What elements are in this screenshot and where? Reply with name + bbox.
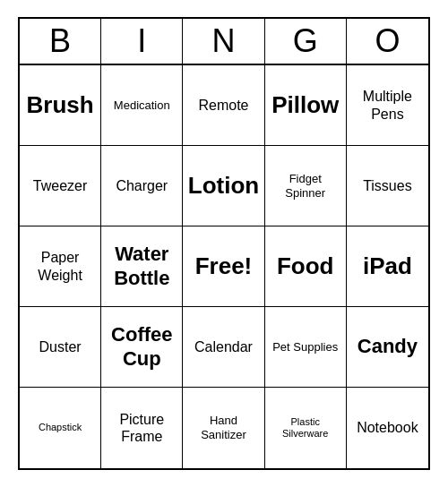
- bingo-cell-text: Plastic Silverware: [269, 416, 342, 440]
- bingo-cell-text: Pillow: [271, 91, 339, 119]
- bingo-cell: Water Bottle: [101, 226, 183, 307]
- bingo-header: BINGO: [20, 19, 428, 65]
- bingo-cell: Picture Frame: [101, 388, 183, 468]
- bingo-cell-text: Remote: [198, 97, 248, 114]
- bingo-cell-text: Charger: [116, 177, 168, 194]
- bingo-cell-text: Calendar: [194, 338, 253, 355]
- bingo-cell-text: Pet Supplies: [272, 340, 338, 355]
- bingo-cell-text: Candy: [358, 335, 418, 358]
- bingo-grid: BrushMedicationRemotePillowMultiple Pens…: [20, 65, 428, 468]
- bingo-cell-text: Tissues: [363, 177, 412, 194]
- bingo-cell: Pillow: [265, 65, 347, 146]
- bingo-header-letter: O: [347, 19, 428, 64]
- bingo-cell-text: Picture Frame: [105, 411, 178, 445]
- bingo-cell: Brush: [20, 65, 101, 146]
- bingo-cell: Notebook: [347, 388, 428, 468]
- bingo-cell: Plastic Silverware: [265, 388, 347, 468]
- bingo-cell-text: Medication: [114, 98, 170, 113]
- bingo-cell-text: iPad: [363, 252, 412, 280]
- bingo-cell: Tissues: [347, 146, 428, 226]
- bingo-cell: Fidget Spinner: [265, 146, 347, 226]
- bingo-cell-text: Brush: [27, 91, 94, 119]
- bingo-cell: Tweezer: [20, 146, 101, 226]
- bingo-cell: Duster: [20, 307, 101, 388]
- bingo-cell: Remote: [183, 65, 264, 146]
- bingo-header-letter: B: [20, 19, 101, 64]
- bingo-cell: Hand Sanitizer: [183, 388, 264, 468]
- bingo-cell: Calendar: [183, 307, 264, 388]
- bingo-cell: Chapstick: [20, 388, 101, 468]
- bingo-cell-text: Lotion: [188, 172, 259, 200]
- bingo-cell: Charger: [101, 146, 183, 226]
- bingo-cell-text: Fidget Spinner: [269, 172, 342, 200]
- bingo-header-letter: G: [265, 19, 347, 64]
- bingo-cell-text: Duster: [39, 338, 82, 355]
- bingo-cell-text: Tweezer: [33, 177, 87, 194]
- bingo-cell-text: Hand Sanitizer: [186, 414, 260, 441]
- bingo-cell-text: Notebook: [357, 419, 418, 436]
- bingo-cell-text: Food: [277, 252, 334, 280]
- bingo-cell: Medication: [101, 65, 183, 146]
- bingo-header-letter: N: [183, 19, 264, 64]
- bingo-cell: Free!: [183, 226, 264, 307]
- bingo-cell: Multiple Pens: [347, 65, 428, 146]
- bingo-cell-text: Free!: [195, 252, 253, 280]
- bingo-cell-text: Water Bottle: [105, 243, 178, 290]
- bingo-cell: Paper Weight: [20, 226, 101, 307]
- bingo-cell: Food: [265, 226, 347, 307]
- bingo-header-letter: I: [101, 19, 183, 64]
- bingo-cell-text: Coffee Cup: [105, 323, 178, 371]
- bingo-cell: Coffee Cup: [101, 307, 183, 388]
- bingo-cell-text: Paper Weight: [23, 249, 97, 283]
- bingo-cell-text: Chapstick: [39, 422, 82, 433]
- bingo-cell-text: Multiple Pens: [350, 88, 425, 122]
- bingo-card: BINGO BrushMedicationRemotePillowMultipl…: [18, 17, 430, 470]
- bingo-cell: Pet Supplies: [265, 307, 347, 388]
- bingo-cell: Lotion: [183, 146, 264, 226]
- bingo-cell: Candy: [347, 307, 428, 388]
- bingo-cell: iPad: [347, 226, 428, 307]
